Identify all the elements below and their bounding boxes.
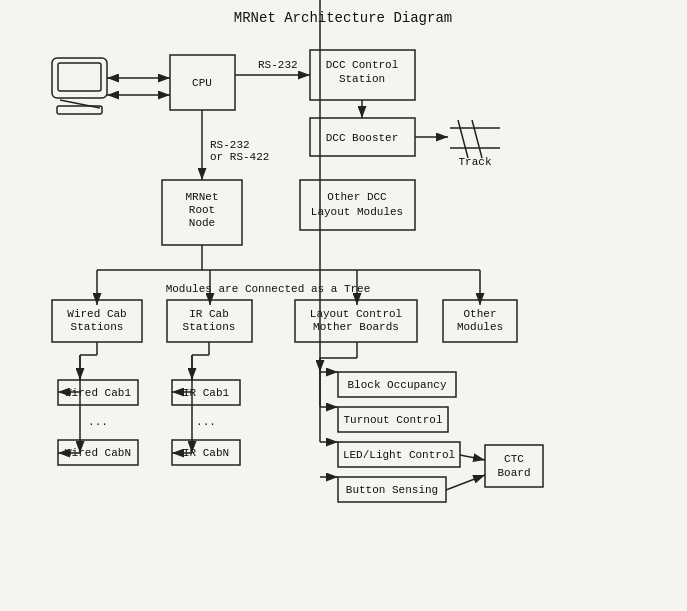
ellipsis-ir: ... (196, 416, 216, 428)
led-ctc-arrow (460, 455, 485, 460)
layout-control-label1: Layout Control (310, 308, 402, 320)
dcc-booster-label: DCC Booster (326, 132, 399, 144)
other-dcc-box (300, 180, 415, 230)
modules-tree-label: Modules are Connected as a Tree (166, 283, 371, 295)
or-label: or RS-422 (210, 151, 269, 163)
computer-monitor-icon (52, 58, 107, 98)
turnout-control-label: Turnout Control (343, 414, 442, 426)
led-light-label: LED/Light Control (343, 449, 455, 461)
ir-cab-stations-label2: Stations (183, 321, 236, 333)
other-modules-label2: Modules (457, 321, 503, 333)
ir-cab1-label: IR Cab1 (183, 387, 230, 399)
block-occupancy-label: Block Occupancy (347, 379, 446, 391)
track-slash1 (458, 120, 468, 158)
cpu-label: CPU (192, 77, 212, 89)
other-modules-label1: Other (463, 308, 496, 320)
ctc-board-box (485, 445, 543, 487)
ellipsis-wired: ... (88, 416, 108, 428)
other-dcc-label2: Layout Modules (311, 206, 403, 218)
rs232-top-label: RS-232 (258, 59, 298, 71)
track-slash2 (472, 120, 482, 158)
diagram-title: MRNet Architecture Diagram (234, 10, 452, 26)
ir-cab-stations-label1: IR Cab (189, 308, 229, 320)
dcc-control-label2: Station (339, 73, 385, 85)
wired-cab-stations-label2: Stations (71, 321, 124, 333)
ctc-board-label2: Board (497, 467, 530, 479)
layout-control-label2: Mother Boards (313, 321, 399, 333)
diagram-container: MRNet Architecture Diagram CPU DCC Contr… (0, 0, 687, 611)
wired-cab1-label: Wired Cab1 (65, 387, 131, 399)
dcc-control-label1: DCC Control (326, 59, 399, 71)
wired-cab-stations-label1: Wired Cab (67, 308, 126, 320)
button-sensing-label: Button Sensing (346, 484, 438, 496)
keyboard-icon (60, 100, 100, 108)
button-ctc-arrow (446, 475, 485, 490)
track-label: Track (458, 156, 491, 168)
computer-screen-icon (58, 63, 101, 91)
mrnet-root-label3: Node (189, 217, 215, 229)
other-dcc-label1: Other DCC (327, 191, 387, 203)
ctc-board-label1: CTC (504, 453, 524, 465)
mrnet-root-label1: MRNet (185, 191, 218, 203)
rs232-label: RS-232 (210, 139, 250, 151)
mrnet-root-label2: Root (189, 204, 215, 216)
